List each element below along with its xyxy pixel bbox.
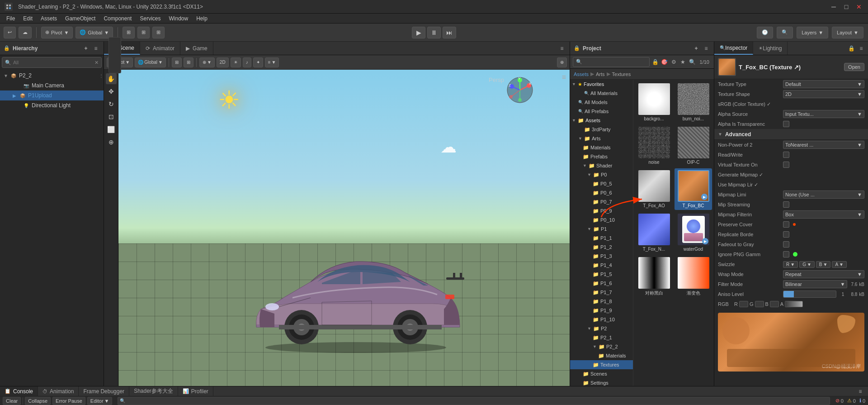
read-write-checkbox[interactable] [783, 152, 789, 158]
asset-burn-noise[interactable]: burn_noi... [675, 81, 712, 123]
folder-p0_7[interactable]: 📁 P0_7 [570, 197, 633, 206]
folder-p1_8[interactable]: 📁 P1_8 [570, 297, 633, 306]
tab-game[interactable]: ▶ Game [180, 42, 213, 55]
virtual-texture-checkbox[interactable] [783, 162, 789, 168]
ignore-png-checkbox[interactable] [783, 251, 789, 257]
scene-view-btn[interactable]: ≡ ▼ [265, 57, 279, 67]
asset-noise[interactable]: noise [635, 125, 673, 167]
project-tool-2[interactable]: 🎯 [661, 58, 669, 66]
rect-tool[interactable]: ⬜ [106, 124, 117, 135]
tab-frame-debugger[interactable]: Frame Debugger [79, 386, 129, 396]
menu-edit[interactable]: Edit [19, 14, 36, 23]
hierarchy-options-icon[interactable]: ⋮ [99, 73, 104, 78]
asset-oip-c[interactable]: OIP-C [675, 125, 712, 167]
menu-gameobject[interactable]: GameObject [61, 14, 99, 23]
collapse-button[interactable]: Collapse [25, 397, 51, 405]
project-menu-button[interactable]: ≡ [702, 44, 710, 52]
folder-p0[interactable]: ▼ 📁 P0 [570, 170, 633, 179]
tab-lighting[interactable]: ☀ Lighting [753, 42, 788, 55]
audio-toggle-btn[interactable]: ♪ [243, 57, 251, 67]
custom-tool[interactable]: ⊕ [106, 137, 117, 148]
tab-inspector[interactable]: 🔍 Inspector [714, 42, 753, 55]
2d-btn[interactable]: 2D [217, 57, 229, 67]
folder-prefabs[interactable]: 📁 Prefabs [570, 152, 633, 161]
folder-p0_10[interactable]: 📁 P0_10 [570, 215, 633, 224]
step-button[interactable]: ⏭ [443, 27, 456, 38]
menu-file[interactable]: File [3, 14, 19, 23]
folder-p2_1[interactable]: 📁 P2_1 [570, 333, 633, 342]
swizzle-g-btn[interactable]: G ▼ [799, 261, 815, 268]
viewport-menu-button[interactable]: ≡ [558, 44, 566, 52]
error-pause-button[interactable]: Error Pause [52, 397, 85, 405]
r-channel-input[interactable] [739, 301, 748, 307]
alpha-source-dropdown[interactable]: Input Textu... ▼ [783, 110, 864, 118]
folder-p0_9[interactable]: 📁 P0_9 [570, 206, 633, 215]
folder-shader[interactable]: ▼ 📁 Shader [570, 161, 633, 170]
alpha-transparent-checkbox[interactable] [783, 121, 789, 127]
folder-p1_5[interactable]: 📁 P1_5 [570, 270, 633, 279]
asset-fox-ao[interactable]: T_Fox_AO [635, 168, 673, 210]
undo-button[interactable]: ↩ [4, 27, 16, 38]
global-btn[interactable]: 🌐 Global ▼ [135, 57, 166, 67]
grid-button[interactable]: ⊞ [123, 27, 135, 38]
menu-window[interactable]: Window [165, 14, 192, 23]
swizzle-a-btn[interactable]: A ▼ [832, 261, 847, 268]
play-button[interactable]: ▶ [412, 27, 425, 38]
swizzle-b-btn[interactable]: B ▼ [816, 261, 831, 268]
non-power-dropdown[interactable]: ToNearest ... ▼ [783, 141, 864, 149]
history-button[interactable]: 🕐 [757, 27, 773, 38]
console-search[interactable]: 🔍 [118, 397, 830, 405]
fx-toggle-btn[interactable]: ✦ [253, 57, 263, 67]
layout-dropdown[interactable]: Layout ▼ [832, 27, 863, 38]
scale-tool[interactable]: ⊡ [106, 111, 117, 122]
folder-settings[interactable]: 📁 Settings [570, 378, 633, 386]
folder-all-materials[interactable]: 🔍 All Materials [570, 89, 633, 98]
search-button[interactable]: 🔍 [777, 27, 793, 38]
hand-tool[interactable]: ✋ [106, 73, 117, 84]
tab-animation[interactable]: ⏱ Animation [38, 386, 79, 396]
menu-services[interactable]: Services [136, 14, 164, 23]
tab-console[interactable]: 📋 Console [0, 386, 38, 396]
console-menu-button[interactable]: ≡ [856, 387, 864, 395]
menu-help[interactable]: Help [193, 14, 211, 23]
wrap-mode-dropdown[interactable]: Repeat ▼ [783, 270, 864, 278]
folder-p2_2[interactable]: ▼ 📁 P2_2 [570, 342, 633, 351]
project-tool-5[interactable]: 🔍 [689, 58, 696, 66]
hierarchy-item-directional-light[interactable]: 💡 Directional Light [0, 100, 104, 110]
folder-p1_3[interactable]: 📁 P1_3 [570, 252, 633, 261]
light-toggle-btn[interactable]: ☀ [231, 57, 241, 67]
minimize-button[interactable]: ─ [829, 3, 838, 10]
texture-shape-dropdown[interactable]: 2D ▼ [783, 90, 864, 98]
snap-settings-btn[interactable]: ⊞ [184, 57, 193, 67]
hierarchy-menu-button[interactable]: ≡ [92, 44, 100, 52]
folder-materials[interactable]: 📁 Materials [570, 143, 633, 152]
folder-p0_5[interactable]: 📁 P0_5 [570, 179, 633, 188]
project-search-bar[interactable]: 🔍 [573, 57, 650, 67]
hierarchy-add-button[interactable]: + [82, 44, 90, 52]
project-search-input[interactable] [584, 59, 646, 65]
gizmo-btn[interactable]: ⊕ [557, 57, 567, 67]
hierarchy-item-p2_2[interactable]: ▼ 📦 P2_2 ⋮ [0, 71, 104, 81]
hierarchy-item-main-camera[interactable]: 📷 Main Camera [0, 81, 104, 91]
breadcrumb-textures[interactable]: Textures [612, 71, 631, 77]
project-tool-3[interactable]: ⚙ [670, 58, 678, 66]
folder-p2-materials[interactable]: 📁 Materials [570, 351, 633, 360]
folder-3rdparty[interactable]: 📁 3rdParty [570, 125, 633, 134]
breadcrumb-assets[interactable]: Assets [574, 71, 589, 77]
menu-assets[interactable]: Assets [37, 14, 61, 23]
mipmap-filter-dropdown[interactable]: Box ▼ [783, 210, 864, 219]
grid-snap-btn[interactable]: ⊞ [172, 57, 182, 67]
snap-button[interactable]: ⊞ [152, 27, 165, 38]
b-channel-input[interactable] [770, 301, 779, 307]
inspector-lock-button[interactable]: 🔒 [847, 44, 855, 52]
transform-button[interactable]: ⊞ [137, 27, 150, 38]
mipmap-limit-dropdown[interactable]: None (Use ... ▼ [783, 191, 864, 199]
folder-all-prefabs[interactable]: 🔍 All Prefabs [570, 107, 633, 116]
move-tool[interactable]: ✥ [106, 86, 117, 97]
rotate-tool[interactable]: ↻ [106, 99, 117, 110]
asset-fox-bc[interactable]: ▶ T_Fox_BC [675, 168, 712, 210]
breadcrumb-arts[interactable]: Arts [596, 71, 605, 77]
editor-dropdown[interactable]: Editor ▼ [87, 397, 113, 405]
project-tool-1[interactable]: 🔒 [651, 58, 659, 66]
folder-p0_6[interactable]: 📁 P0_6 [570, 188, 633, 197]
